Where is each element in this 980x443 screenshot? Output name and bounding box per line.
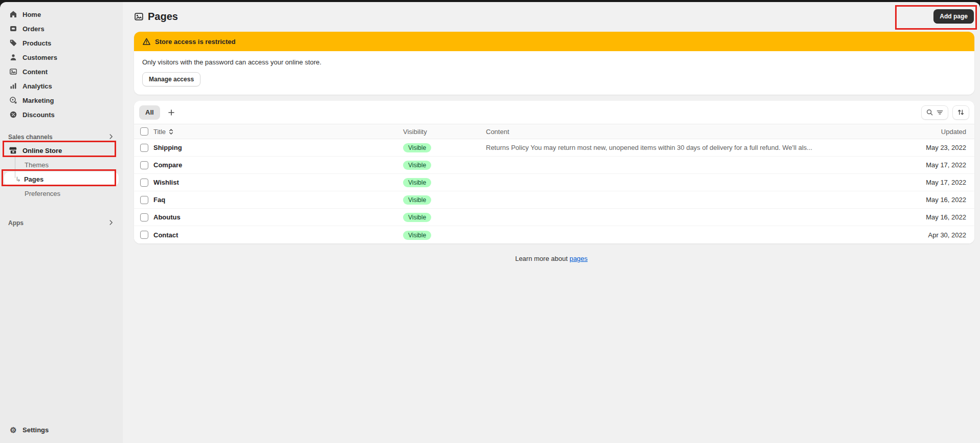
row-title: Aboutus <box>153 213 403 221</box>
chevron-right-icon <box>107 133 115 142</box>
store-access-banner: Store access is restricted Only visitors… <box>134 32 974 95</box>
table-header-row: Title Visibility Content Updated <box>134 124 974 139</box>
sidebar-item-pages[interactable]: ↳ Pages <box>4 172 119 186</box>
row-checkbox[interactable] <box>140 231 148 239</box>
settings-label: Settings <box>23 426 49 434</box>
column-header-content: Content <box>486 128 893 136</box>
banner-header: Store access is restricted <box>134 32 974 51</box>
column-header-updated: Updated <box>893 128 974 136</box>
gear-icon: ⚙ <box>8 426 18 434</box>
sidebar-item-settings[interactable]: ⚙ Settings <box>4 423 119 437</box>
visibility-badge: Visible <box>403 178 431 187</box>
sidebar-item-orders[interactable]: Orders <box>4 21 119 36</box>
orders-icon <box>8 25 18 33</box>
banner-body: Only visitors with the password can acce… <box>134 51 974 95</box>
table-row[interactable]: Shipping Visible Returns Policy You may … <box>134 139 974 157</box>
add-page-button[interactable]: Add page <box>933 9 974 24</box>
row-checkbox[interactable] <box>140 161 148 169</box>
sidebar-item-online-store[interactable]: Online Store <box>4 143 119 158</box>
sales-channels-label: Sales channels <box>8 134 53 141</box>
column-header-title[interactable]: Title <box>153 128 403 136</box>
sort-button[interactable] <box>952 105 969 120</box>
manage-access-button[interactable]: Manage access <box>142 72 201 86</box>
search-and-filter-button[interactable] <box>921 105 948 120</box>
visibility-badge: Visible <box>403 213 431 222</box>
online-store-label: Online Store <box>23 147 62 154</box>
pages-label: Pages <box>24 175 43 183</box>
add-view-button[interactable] <box>164 105 179 120</box>
row-updated: May 17, 2022 <box>893 161 974 169</box>
row-updated: Apr 30, 2022 <box>893 231 974 239</box>
chevron-right-icon <box>107 219 115 228</box>
sort-caret-icon <box>168 128 174 135</box>
banner-title: Store access is restricted <box>155 38 236 46</box>
main-content: Pages Add page Store access is restricte… <box>123 2 980 443</box>
sidebar-nav-list: Home Orders Products Customers Content A… <box>0 7 123 122</box>
subpage-arrow-icon: ↳ <box>15 175 21 183</box>
page-title: Pages <box>134 11 178 23</box>
table-toolbar: All <box>134 101 974 124</box>
discounts-icon <box>8 110 18 119</box>
sidebar-item-marketing[interactable]: Marketing <box>4 93 119 107</box>
row-checkbox[interactable] <box>140 144 148 152</box>
row-title: Wishlist <box>153 179 403 186</box>
sidebar-item-themes[interactable]: Themes <box>4 158 119 172</box>
row-checkbox[interactable] <box>140 179 148 187</box>
warning-triangle-icon <box>142 37 151 46</box>
sidebar-item-discounts[interactable]: Discounts <box>4 107 119 122</box>
learn-more-footer: Learn more about pages <box>123 255 980 262</box>
search-icon <box>926 108 933 116</box>
row-title: Contact <box>153 231 403 239</box>
analytics-icon <box>8 82 18 90</box>
table-row[interactable]: Wishlist Visible May 17, 2022 <box>134 174 974 191</box>
sidebar-item-content[interactable]: Content <box>4 64 119 79</box>
row-updated: May 16, 2022 <box>893 213 974 221</box>
table-row[interactable]: Compare Visible May 17, 2022 <box>134 157 974 174</box>
marketing-icon <box>8 96 18 104</box>
sidebar-item-home[interactable]: Home <box>4 7 119 21</box>
pages-help-link[interactable]: pages <box>569 255 587 262</box>
row-checkbox[interactable] <box>140 196 148 204</box>
row-updated: May 16, 2022 <box>893 196 974 204</box>
apps-label: Apps <box>8 219 24 227</box>
row-updated: May 23, 2022 <box>893 144 974 151</box>
table-row[interactable]: Contact Visible Apr 30, 2022 <box>134 226 974 243</box>
sidebar-item-analytics[interactable]: Analytics <box>4 79 119 93</box>
themes-label: Themes <box>25 161 49 169</box>
apps-section[interactable]: Apps <box>8 218 115 228</box>
sidebar: Home Orders Products Customers Content A… <box>0 2 123 443</box>
row-title: Compare <box>153 161 403 169</box>
sidebar-item-products[interactable]: Products <box>4 36 119 50</box>
table-row[interactable]: Aboutus Visible May 16, 2022 <box>134 209 974 226</box>
column-header-visibility: Visibility <box>403 128 486 136</box>
admin-app-surface: Home Orders Products Customers Content A… <box>0 2 980 443</box>
row-updated: May 17, 2022 <box>893 179 974 186</box>
select-all-checkbox[interactable] <box>140 127 148 136</box>
sales-channels-section[interactable]: Sales channels <box>8 132 115 142</box>
row-checkbox[interactable] <box>140 213 148 221</box>
content-icon <box>8 68 18 76</box>
banner-description: Only visitors with the password can acce… <box>142 58 966 66</box>
sort-arrows-icon <box>957 108 965 116</box>
row-title: Faq <box>153 196 403 204</box>
plus-icon <box>167 108 175 117</box>
online-store-connector-line <box>15 157 15 178</box>
visibility-badge: Visible <box>403 161 431 170</box>
row-content: Returns Policy You may return most new, … <box>486 144 893 151</box>
sidebar-item-preferences[interactable]: Preferences <box>4 186 119 201</box>
visibility-badge: Visible <box>403 195 431 205</box>
row-title: Shipping <box>153 144 403 151</box>
table-row[interactable]: Faq Visible May 16, 2022 <box>134 191 974 209</box>
visibility-badge: Visible <box>403 143 431 152</box>
products-icon <box>8 39 18 47</box>
home-icon <box>8 10 18 18</box>
sidebar-item-customers[interactable]: Customers <box>4 50 119 64</box>
pages-table-card: All Title Visibility <box>134 101 974 243</box>
filter-lines-icon <box>936 108 944 116</box>
storefront-icon <box>8 146 18 154</box>
tab-all[interactable]: All <box>139 105 160 120</box>
page-icon <box>134 12 144 21</box>
page-header: Pages Add page <box>123 2 980 31</box>
visibility-badge: Visible <box>403 231 431 240</box>
table-body: Shipping Visible Returns Policy You may … <box>134 139 974 243</box>
